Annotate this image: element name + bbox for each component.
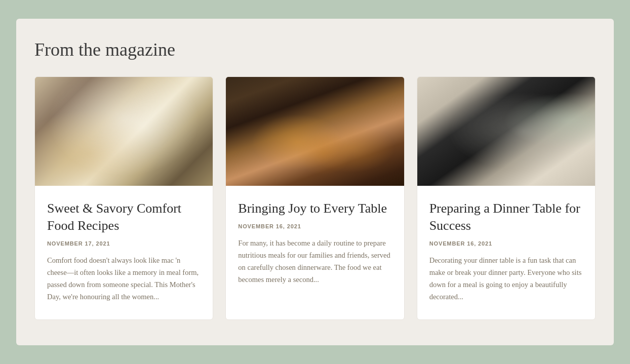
cards-grid: Sweet & Savory Comfort Food Recipes NOVE… (34, 76, 596, 319)
card-image-wrapper-1 (35, 77, 213, 186)
card-title-2: Bringing Joy to Every Table (238, 200, 391, 217)
card-excerpt-1: Comfort food doesn't always look like ma… (47, 255, 201, 303)
card-image-wrapper-3 (417, 77, 595, 186)
magazine-section: From the magazine Sweet & Savory Comfort… (16, 19, 614, 345)
card-excerpt-3: Decorating your dinner table is a fun ta… (429, 255, 583, 303)
card-content-3: Preparing a Dinner Table for Success NOV… (417, 186, 595, 319)
card-date-3: NOVEMBER 16, 2021 (429, 240, 583, 247)
card-date-1: NOVEMBER 17, 2021 (47, 240, 201, 247)
article-card-3[interactable]: Preparing a Dinner Table for Success NOV… (417, 76, 596, 319)
card-date-2: NOVEMBER 16, 2021 (238, 223, 391, 229)
card-image-3 (417, 77, 595, 186)
card-title-1: Sweet & Savory Comfort Food Recipes (47, 200, 201, 234)
article-card-2[interactable]: Bringing Joy to Every Table NOVEMBER 16,… (225, 76, 404, 319)
article-card-1[interactable]: Sweet & Savory Comfort Food Recipes NOVE… (34, 76, 213, 319)
card-title-3: Preparing a Dinner Table for Success (429, 200, 583, 234)
section-title: From the magazine (34, 39, 596, 60)
card-image-2 (226, 77, 404, 186)
card-image-1 (35, 77, 213, 186)
card-excerpt-2: For many, it has become a daily routine … (238, 237, 391, 286)
card-content-1: Sweet & Savory Comfort Food Recipes NOVE… (35, 186, 213, 319)
card-image-wrapper-2 (226, 77, 404, 186)
card-content-2: Bringing Joy to Every Table NOVEMBER 16,… (226, 186, 404, 302)
